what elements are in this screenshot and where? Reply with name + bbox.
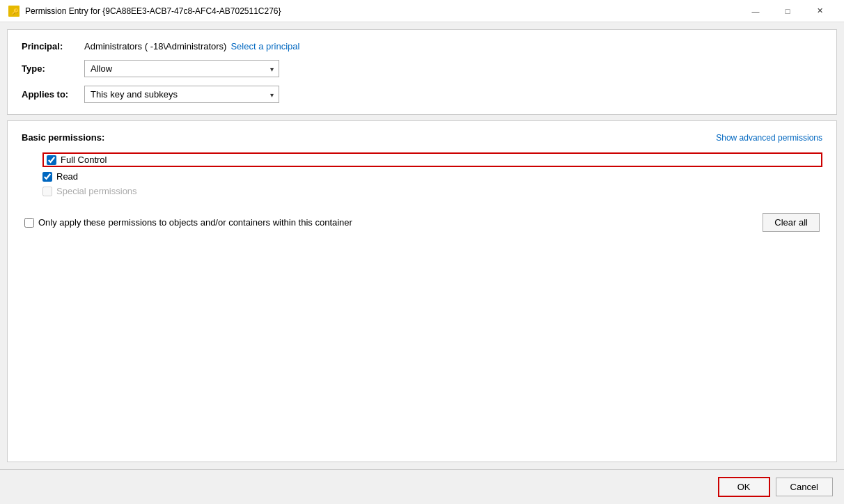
full-control-wrapper: Full Control — [42, 152, 822, 167]
title-bar-title: Permission Entry for {9CA88EE3-ACB7-47c8… — [25, 6, 740, 16]
read-checkbox[interactable] — [42, 172, 52, 182]
principal-row: Principal: Administrators ( -18\Administ… — [22, 41, 822, 52]
type-select-wrapper: Allow Deny ▾ — [84, 60, 279, 77]
only-apply-row: Only apply these permissions to objects … — [22, 213, 822, 232]
only-apply-checkbox[interactable] — [24, 218, 34, 228]
applies-to-row: Applies to: This key and subkeys This ke… — [22, 86, 822, 103]
basic-perms-title: Basic permissions: — [22, 132, 104, 143]
main-content: Principal: Administrators ( -18\Administ… — [0, 22, 844, 469]
special-perms-checkbox — [42, 187, 52, 196]
applies-to-select[interactable]: This key and subkeys This key only Subke… — [84, 86, 279, 103]
only-apply-left: Only apply these permissions to objects … — [24, 217, 352, 228]
top-panel: Principal: Administrators ( -18\Administ… — [7, 29, 837, 115]
special-perms-label: Special permissions — [56, 186, 137, 196]
close-button[interactable]: ✕ — [804, 0, 836, 22]
only-apply-label[interactable]: Only apply these permissions to objects … — [38, 217, 352, 228]
principal-value: Administrators ( -18\Administrators) — [84, 41, 226, 52]
special-perms-item: Special permissions — [42, 186, 822, 196]
ok-button[interactable]: OK — [718, 477, 770, 497]
minimize-button[interactable]: — — [740, 0, 772, 22]
svg-text:🔑: 🔑 — [11, 8, 18, 15]
full-control-label[interactable]: Full Control — [61, 155, 107, 165]
applies-to-label: Applies to: — [22, 89, 84, 100]
title-bar: 🔑 Permission Entry for {9CA88EE3-ACB7-47… — [0, 0, 844, 22]
show-advanced-link[interactable]: Show advanced permissions — [716, 133, 822, 143]
full-control-checkbox[interactable] — [47, 155, 56, 165]
basic-perms-header: Basic permissions: Show advanced permiss… — [22, 132, 822, 143]
title-bar-icon: 🔑 — [8, 6, 19, 17]
bottom-bar: OK Cancel — [0, 469, 844, 504]
clear-all-button[interactable]: Clear all — [763, 213, 820, 232]
type-select[interactable]: Allow Deny — [84, 60, 279, 77]
read-label[interactable]: Read — [56, 171, 78, 182]
applies-to-select-wrapper: This key and subkeys This key only Subke… — [84, 86, 279, 103]
permissions-panel: Basic permissions: Show advanced permiss… — [7, 120, 837, 462]
maximize-button[interactable]: □ — [772, 0, 804, 22]
read-item: Read — [42, 171, 822, 182]
principal-label: Principal: — [22, 41, 84, 52]
type-row: Type: Allow Deny ▾ — [22, 60, 822, 77]
type-label: Type: — [22, 63, 84, 74]
select-principal-link[interactable]: Select a principal — [230, 41, 299, 52]
title-bar-controls: — □ ✕ — [740, 0, 836, 22]
cancel-button[interactable]: Cancel — [776, 478, 833, 496]
